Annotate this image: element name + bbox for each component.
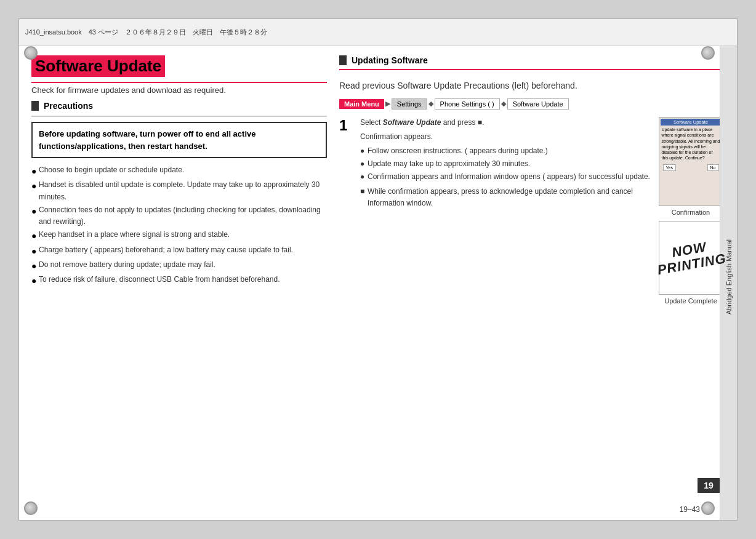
precautions-divider [31, 116, 327, 117]
now-printing-text: NOW PRINTING [654, 237, 728, 278]
step-area: 1 Select Software Update and press ■. Co… [339, 117, 725, 305]
page-number-box: 19 [698, 478, 720, 493]
bullet-dot: ● [31, 179, 39, 202]
precautions-label: Precautions [44, 101, 93, 111]
nav-main-menu: Main Menu [339, 99, 384, 109]
header-text: J410_insatsu.book 43 ページ ２０６年８月２９日 火曜日 午… [25, 28, 267, 37]
phone-mockup-area: Software Update Update software in a pla… [657, 117, 725, 305]
bullet-item: ● To reduce risk of failure, disconnect … [31, 274, 327, 287]
step-bullet-1: Update may take up to approximately 30 m… [368, 158, 530, 170]
updating-header: Updating Software [339, 55, 725, 75]
bullet-item: ● Connection fees do not apply to update… [31, 204, 327, 228]
bullet-item: ● Charge battery ( appears) beforehand; … [31, 244, 327, 258]
nav-arrow-3: ◆ [501, 100, 506, 108]
bullet-list: ● Choose to begin update or schedule upd… [31, 164, 327, 288]
bullet-text-1: Handset is disabled until update is comp… [39, 179, 327, 202]
page-number: 19 [704, 481, 714, 490]
bullet-item: ● Keep handset in a place where signal i… [31, 229, 327, 242]
phone-no-button: No [707, 164, 719, 171]
confirmation-label: Confirmation appears. [360, 132, 433, 141]
phone-screen-body: Update software in a place where signal … [661, 127, 722, 161]
title-divider [31, 82, 327, 83]
warning-text: Before updating software, turn power off… [39, 129, 255, 151]
phone-yes-no: Yes No [661, 163, 722, 172]
corner-decoration-tl [24, 46, 38, 60]
phone-screen: Software Update Update software in a pla… [659, 117, 723, 206]
updating-title-bar: Updating Software [339, 55, 725, 65]
section-bar-rect [31, 101, 39, 111]
now-printing-box: NOW PRINTING [659, 221, 723, 295]
note-marker: ■ [360, 186, 368, 209]
phone-screen-header: Software Update [661, 119, 722, 126]
page-container: J410_insatsu.book 43 ページ ２０６年８月２９日 火曜日 午… [18, 18, 738, 521]
bullet-text-0: Choose to begin update or schedule updat… [39, 164, 327, 178]
sidebar-label: Abridged English Manual [725, 239, 733, 314]
bullet-item: ● Handset is disabled until update is co… [31, 179, 327, 202]
bullet-dot: ● [31, 259, 39, 273]
corner-decoration-bl [24, 501, 38, 515]
precautions-section-bar: Precautions [31, 101, 327, 111]
warning-box: Before updating software, turn power off… [31, 122, 327, 158]
corner-decoration-tr [701, 46, 715, 60]
updating-divider [339, 69, 725, 70]
step-main-text: Select Software Update and press ■. [360, 118, 484, 127]
header-bar: J410_insatsu.book 43 ページ ２０６年８月２９日 火曜日 午… [19, 19, 737, 46]
bullet-dot: ● [31, 244, 39, 258]
bullet-dot: ● [31, 204, 39, 228]
step-bullet-item: ● Update may take up to approximately 30… [360, 158, 651, 170]
nav-breadcrumb: Main Menu ▶ Settings ◆ Phone Settings ( … [339, 98, 725, 110]
bullet-text-3: Keep handset in a place where signal is … [39, 229, 327, 242]
nav-arrow-1: ▶ [385, 100, 390, 108]
left-column: Software Update Check for firmware updat… [31, 55, 327, 511]
step-bullet-2: Confirmation appears and Information win… [368, 171, 650, 183]
right-intro: Read previous Software Update Precaution… [339, 80, 725, 92]
updating-bar-rect [339, 55, 347, 65]
step-italic-text: Software Update [383, 118, 441, 127]
bullet-text-4: Charge battery ( appears) beforehand; a … [39, 244, 327, 258]
confirmation-caption: Confirmation [672, 209, 710, 216]
step-bullet-item: ● Follow onscreen instructions. ( appear… [360, 145, 651, 157]
bullet-dot: ● [31, 274, 39, 287]
corner-decoration-br [701, 501, 715, 515]
left-subtitle: Check for firmware updates and download … [31, 86, 327, 95]
nav-software-update: Software Update [507, 98, 569, 110]
bullet-text-6: To reduce risk of failure, disconnect US… [39, 274, 327, 287]
main-section-title: Software Update [31, 55, 165, 77]
bullet-text-5: Do not remove battery during update; upd… [39, 259, 327, 273]
phone-yes-button: Yes [663, 164, 676, 171]
nav-phone-settings: Phone Settings ( ) [435, 98, 500, 110]
bullet-text-2: Connection fees do not apply to updates … [39, 204, 327, 228]
step-number: 1 [339, 117, 354, 134]
nav-arrow-2: ◆ [428, 100, 433, 108]
updating-section-title: Updating Software [352, 55, 428, 65]
step-content: Select Software Update and press ■. Conf… [360, 117, 651, 209]
step-bullet-item: ● Confirmation appears and Information w… [360, 171, 651, 183]
content-area: Software Update Check for firmware updat… [19, 46, 737, 520]
step-note: While confirmation appears, press to ack… [368, 186, 651, 209]
bullet-dot: ● [31, 164, 39, 178]
update-complete-label: Update Complete [664, 297, 717, 305]
bottom-ref: 19–43 [680, 505, 700, 514]
bullet-item: ● Choose to begin update or schedule upd… [31, 164, 327, 178]
bullet-item: ● Do not remove battery during update; u… [31, 259, 327, 273]
nav-settings: Settings [392, 98, 427, 110]
right-sidebar: Abridged English Manual [720, 46, 737, 520]
step-bullet-0: Follow onscreen instructions. ( appears … [368, 145, 548, 157]
right-column: Updating Software Read previous Software… [339, 55, 725, 511]
bullet-dot: ● [31, 229, 39, 242]
